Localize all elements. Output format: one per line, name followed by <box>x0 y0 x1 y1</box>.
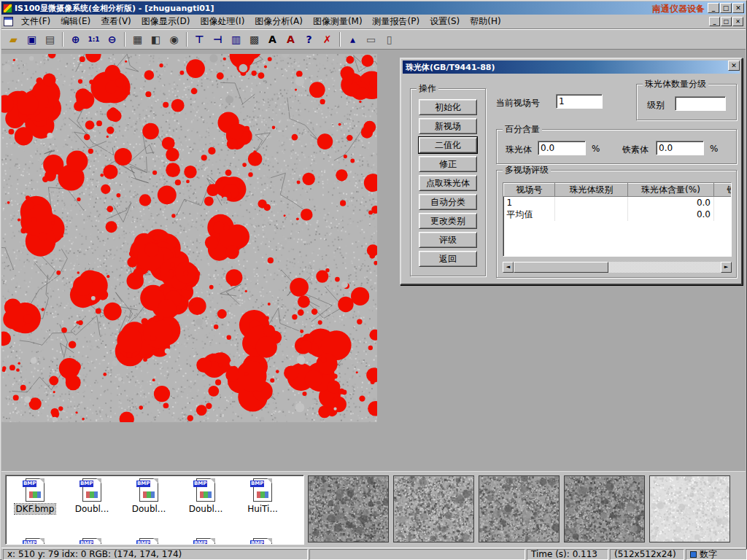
file-item[interactable]: BMPDKF.bmp <box>7 478 63 514</box>
op-button-7[interactable]: 更改类别 <box>419 213 477 229</box>
op-button-2[interactable]: 新视场 <box>419 118 477 134</box>
scroll-right-arrow-icon[interactable]: ► <box>721 262 732 273</box>
table-header-cell[interactable]: 视场号 <box>504 184 555 197</box>
table-row[interactable]: 10.0 <box>504 197 732 209</box>
menu-item[interactable]: 帮助(H) <box>465 15 506 28</box>
table-header-cell[interactable]: 珠光体级别 <box>555 184 628 197</box>
table-row[interactable]: 平均值0.0 <box>504 209 732 221</box>
bmp-badge: BMP <box>80 481 93 487</box>
file-item[interactable]: BMPDoubl... <box>178 478 233 514</box>
video-icon[interactable]: ◧ <box>147 31 164 48</box>
table-header-cell[interactable]: 珠光体含量(%) <box>628 184 714 197</box>
file-item-partial[interactable]: BMP <box>178 538 233 545</box>
text-icon[interactable]: A <box>264 31 281 48</box>
open-folder-icon[interactable]: ▰ <box>5 31 22 48</box>
file-browser-panel: BMPDKF.bmpBMPDoubl...BMPDoubl...BMPDoubl… <box>1 471 746 548</box>
op-button-3[interactable]: 二值化 <box>419 137 477 153</box>
thumbnail-1[interactable] <box>308 475 389 542</box>
bmp-badge: BMP <box>23 481 36 487</box>
scrollbar-thumb[interactable] <box>514 262 608 273</box>
bmp-file-icon: BMP <box>196 538 215 545</box>
file-item-partial[interactable]: BMP <box>7 538 63 545</box>
zoom-in-icon[interactable]: ⊕ <box>67 31 84 48</box>
annotate-icon[interactable]: A <box>282 31 299 48</box>
cut-icon[interactable]: ✗ <box>319 31 336 48</box>
op-button-1[interactable]: 初始化 <box>419 99 477 115</box>
file-list[interactable]: BMPDKF.bmpBMPDoubl...BMPDoubl...BMPDoubl… <box>5 475 304 545</box>
micrograph-image[interactable] <box>1 54 377 422</box>
menu-item[interactable]: 文件(F) <box>16 15 55 28</box>
file-item-partial[interactable]: BMP <box>64 538 120 545</box>
print-icon[interactable]: ▤ <box>42 31 58 48</box>
file-item[interactable]: BMPDoubl... <box>121 478 177 514</box>
menu-item[interactable]: 编辑(E) <box>55 15 96 28</box>
thumbnail-3[interactable] <box>479 475 560 542</box>
actual-size-icon[interactable]: 1:1 <box>85 31 102 48</box>
op-button-8[interactable]: 评级 <box>419 232 477 248</box>
ferrite-value-input[interactable] <box>656 141 704 155</box>
file-item-partial[interactable]: BMP <box>121 538 177 545</box>
menu-item[interactable]: 设置(S) <box>425 15 465 28</box>
camera-icon[interactable]: ▦ <box>129 31 146 48</box>
menu-bar-items: 文件(F)编辑(E)查看(V)图像显示(D)图像处理(I)图像分析(A)图像测量… <box>16 15 506 28</box>
bmp-file-icon: BMP <box>139 478 158 502</box>
help-icon[interactable]: ? <box>301 31 317 48</box>
page-fold-icon <box>210 478 215 483</box>
menu-item[interactable]: 图像分析(A) <box>249 15 308 28</box>
scroll-left-arrow-icon[interactable]: ◄ <box>503 262 514 273</box>
title-bar[interactable]: IS100显微摄像系统(金相分析版) - [zhuguangti01] 南通仪器… <box>1 1 746 15</box>
close-button[interactable]: ✕ <box>732 3 744 13</box>
menu-item[interactable]: 测量报告(P) <box>368 15 425 28</box>
mdi-child-icon[interactable] <box>4 17 13 26</box>
mdi-close-button[interactable]: ✕ <box>732 17 743 26</box>
current-field-input[interactable] <box>556 94 603 109</box>
mdi-restore-button[interactable]: □ <box>721 17 732 26</box>
current-field-label: 当前视场号 <box>496 97 540 109</box>
op-button-4[interactable]: 修正 <box>419 156 477 172</box>
file-item[interactable]: BMPHuiTi... <box>235 478 290 514</box>
eraser-icon[interactable]: ▭ <box>363 31 379 48</box>
op-button-6[interactable]: 自动分类 <box>419 194 477 210</box>
table-horizontal-scrollbar[interactable]: ◄ ► <box>503 262 732 273</box>
scrollbar-track[interactable] <box>514 262 721 273</box>
table-cell <box>555 209 628 221</box>
pearlite-value-input[interactable] <box>538 141 586 155</box>
file-item[interactable]: BMPDoubl... <box>64 478 120 514</box>
thumbnail-2[interactable] <box>393 475 474 542</box>
file-item-partial[interactable]: BMP <box>235 538 290 545</box>
pointer-icon[interactable]: ▴ <box>344 31 361 48</box>
zoom-out-icon[interactable]: ⊖ <box>104 31 120 48</box>
toolbar-separator <box>339 32 341 47</box>
snapshot-icon[interactable]: ◉ <box>166 31 182 48</box>
menu-item[interactable]: 图像显示(D) <box>136 15 196 28</box>
thumbnail-5[interactable] <box>649 475 730 542</box>
rating-table[interactable]: 视场号珠光体级别珠光体含量(%)铁素 10.0平均值0.0 <box>503 182 732 257</box>
menu-item[interactable]: 查看(V) <box>96 15 136 28</box>
caliper-horizontal-icon[interactable]: ⊣ <box>209 31 226 48</box>
restore-button[interactable]: □ <box>720 3 732 13</box>
multi-field-group-label: 多视场评级 <box>503 165 551 175</box>
thumbnail-4[interactable] <box>564 475 645 542</box>
op-button-5[interactable]: 点取珠光体 <box>419 175 477 191</box>
level-input[interactable] <box>675 96 726 111</box>
dialog-close-button[interactable]: ✕ <box>728 61 740 71</box>
ruler-icon[interactable]: ▯ <box>381 31 398 48</box>
mdi-window-controls: _ □ ✕ <box>709 17 743 26</box>
minimize-button[interactable]: _ <box>708 3 719 13</box>
caliper-vertical-icon[interactable]: ⊤ <box>191 31 208 48</box>
save-icon[interactable]: ▣ <box>23 31 40 48</box>
scale-icon[interactable]: ▥ <box>228 31 244 48</box>
dialog-title-bar[interactable]: 珠光体(GB/T9441-88) <box>403 61 740 74</box>
application-window: IS100显微摄像系统(金相分析版) - [zhuguangti01] 南通仪器… <box>0 0 747 560</box>
op-button-9[interactable]: 返回 <box>419 251 477 267</box>
grid-icon[interactable]: ▩ <box>246 31 263 48</box>
menu-item[interactable]: 图像测量(M) <box>308 15 368 28</box>
operation-group-label: 操作 <box>417 83 438 93</box>
mdi-minimize-button[interactable]: _ <box>709 17 720 26</box>
status-spacer <box>309 549 525 560</box>
file-name: HuiTi... <box>246 504 279 514</box>
page-fold-icon <box>210 538 215 543</box>
menu-item[interactable]: 图像处理(I) <box>195 15 249 28</box>
brand-text: 南通仪器设备 <box>652 3 705 15</box>
table-header-cell[interactable]: 铁素 <box>714 184 732 197</box>
